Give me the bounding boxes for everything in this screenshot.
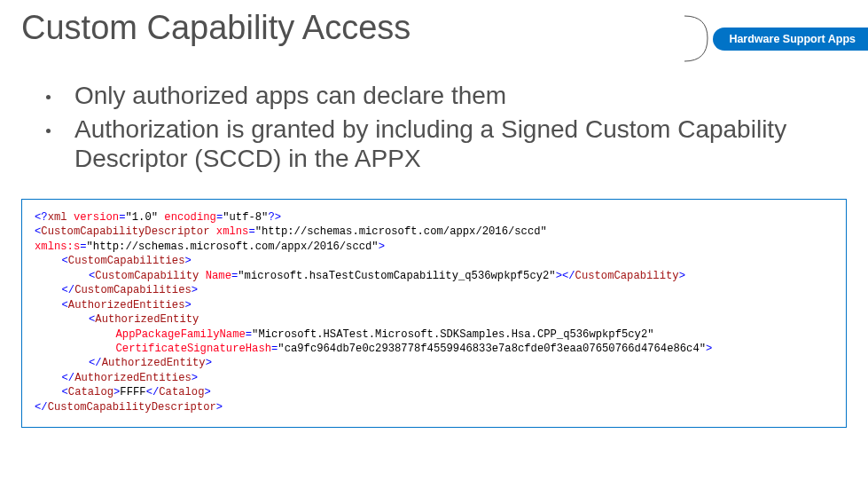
- page-title: Custom Capability Access: [21, 9, 411, 47]
- badge-container: Hardware Support Apps: [681, 14, 868, 63]
- bullet-item: Only authorized apps can declare them: [71, 81, 816, 111]
- hardware-support-badge: Hardware Support Apps: [713, 28, 868, 51]
- xml-code-block: <?xml version="1.0" encoding="utf-8"?> <…: [21, 199, 847, 429]
- bullet-list: Only authorized apps can declare them Au…: [71, 81, 816, 174]
- bracket-decor: [681, 14, 716, 63]
- bullet-item: Authorization is granted by including a …: [71, 114, 816, 174]
